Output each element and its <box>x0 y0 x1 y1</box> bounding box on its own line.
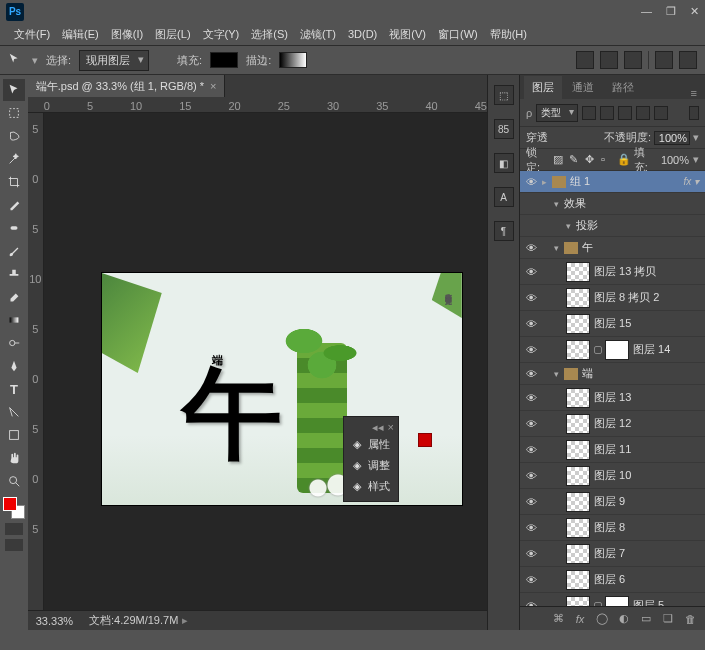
zoom-tool[interactable] <box>3 470 25 492</box>
lock-position-icon[interactable]: ✥ <box>585 153 597 166</box>
pen-tool[interactable] <box>3 355 25 377</box>
doc-info[interactable]: 文档:4.29M/19.7M▸ <box>89 613 188 628</box>
menu-item[interactable]: 文件(F) <box>10 25 54 44</box>
menu-item[interactable]: 窗口(W) <box>434 25 482 44</box>
fill-value[interactable]: 100% <box>661 154 689 166</box>
layer-row[interactable]: 👁图层 6 <box>520 567 705 593</box>
twirl-icon[interactable]: ▸ <box>542 177 552 187</box>
collapsed-panel-icon[interactable]: A <box>494 187 514 207</box>
lock-pixels-icon[interactable]: ▨ <box>553 153 565 166</box>
layer-name[interactable]: 投影 <box>576 218 701 233</box>
panel-tab[interactable]: 通道 <box>564 76 602 99</box>
float-panel-item[interactable]: ◈调整 <box>348 455 394 476</box>
layer-thumb[interactable] <box>566 492 590 512</box>
twirl-icon[interactable]: ▾ <box>554 369 564 379</box>
float-panel-item[interactable]: ◈属性 <box>348 434 394 455</box>
layers-list[interactable]: 👁▸组 1fx ▾▾效果▾投影👁▾午👁图层 13 拷贝👁图层 8 拷贝 2👁图层… <box>520 171 705 606</box>
menu-item[interactable]: 视图(V) <box>385 25 430 44</box>
layer-thumb[interactable] <box>566 466 590 486</box>
visibility-icon[interactable]: 👁 <box>520 548 542 560</box>
layer-name[interactable]: 图层 14 <box>633 342 701 357</box>
lock-brush-icon[interactable]: ✎ <box>569 153 581 166</box>
menu-item[interactable]: 文字(Y) <box>199 25 244 44</box>
layer-name[interactable]: 图层 12 <box>594 416 701 431</box>
layer-row[interactable]: 👁图层 5 <box>520 593 705 606</box>
visibility-icon[interactable]: 👁 <box>520 496 542 508</box>
visibility-icon[interactable]: 👁 <box>520 574 542 586</box>
new-layer-icon[interactable]: ❏ <box>661 612 675 626</box>
layer-row[interactable]: 👁▾午 <box>520 237 705 259</box>
crop-tool[interactable] <box>3 171 25 193</box>
visibility-icon[interactable]: 👁 <box>520 266 542 278</box>
eraser-tool[interactable] <box>3 286 25 308</box>
layer-thumb[interactable] <box>566 340 590 360</box>
visibility-icon[interactable]: 👁 <box>520 522 542 534</box>
blend-mode-dropdown[interactable]: 穿透 <box>526 130 601 145</box>
collapsed-panel-icon[interactable]: 85 <box>494 119 514 139</box>
collapsed-panel-icon[interactable]: ¶ <box>494 221 514 241</box>
layer-row[interactable]: 👁图层 11 <box>520 437 705 463</box>
layer-row[interactable]: 👁图层 9 <box>520 489 705 515</box>
layer-thumb[interactable] <box>566 570 590 590</box>
layer-row[interactable]: ▾效果 <box>520 193 705 215</box>
stamp-tool[interactable] <box>3 263 25 285</box>
mask-thumb[interactable] <box>605 596 629 607</box>
layer-row[interactable]: 👁图层 8 <box>520 515 705 541</box>
eyedropper-tool[interactable] <box>3 194 25 216</box>
lock-artboard-icon[interactable]: ▫ <box>601 153 613 166</box>
screenmode-icon[interactable] <box>5 539 23 551</box>
layer-row[interactable]: 👁图层 14 <box>520 337 705 363</box>
visibility-icon[interactable]: 👁 <box>520 444 542 456</box>
visibility-icon[interactable]: 👁 <box>520 392 542 404</box>
wand-tool[interactable] <box>3 148 25 170</box>
close-button[interactable]: ✕ <box>690 5 699 18</box>
color-swatches[interactable] <box>3 497 25 519</box>
filter-smart-icon[interactable] <box>654 106 668 120</box>
layer-row[interactable]: ▾投影 <box>520 215 705 237</box>
type-tool[interactable]: T <box>3 378 25 400</box>
filter-adjust-icon[interactable] <box>600 106 614 120</box>
document-tab[interactable]: 端午.psd @ 33.3% (组 1, RGB/8) * × <box>28 75 226 98</box>
menu-item[interactable]: 滤镜(T) <box>296 25 340 44</box>
mask-thumb[interactable] <box>605 340 629 360</box>
twirl-icon[interactable]: ▾ <box>554 243 564 253</box>
chevron-down-icon[interactable]: ▾ <box>32 54 38 67</box>
minimize-button[interactable]: — <box>641 5 652 18</box>
menu-item[interactable]: 选择(S) <box>247 25 292 44</box>
layer-name[interactable]: 图层 6 <box>594 572 701 587</box>
visibility-icon[interactable]: 👁 <box>520 242 542 254</box>
layer-thumb[interactable] <box>566 414 590 434</box>
fx-badge[interactable]: fx ▾ <box>683 176 699 187</box>
collapse-icon[interactable]: ◂◂ <box>372 421 384 434</box>
layer-row[interactable]: 👁▸组 1fx ▾ <box>520 171 705 193</box>
link-layers-icon[interactable]: ⌘ <box>551 612 565 626</box>
quickmask-icon[interactable] <box>5 523 23 535</box>
layer-name[interactable]: 图层 8 <box>594 520 701 535</box>
align-icon[interactable] <box>576 51 594 69</box>
layer-thumb[interactable] <box>566 440 590 460</box>
visibility-icon[interactable]: 👁 <box>520 344 542 356</box>
layer-row[interactable]: 👁图层 12 <box>520 411 705 437</box>
layer-row[interactable]: 👁图层 10 <box>520 463 705 489</box>
twirl-icon[interactable]: ▾ <box>566 221 576 231</box>
visibility-icon[interactable]: 👁 <box>520 470 542 482</box>
layer-name[interactable]: 端 <box>582 366 701 381</box>
brush-tool[interactable] <box>3 240 25 262</box>
filter-type-icon[interactable] <box>618 106 632 120</box>
select-dropdown[interactable]: 现用图层 <box>79 50 149 71</box>
group-icon[interactable]: ▭ <box>639 612 653 626</box>
menu-item[interactable]: 编辑(E) <box>58 25 103 44</box>
layer-row[interactable]: 👁图层 13 拷贝 <box>520 259 705 285</box>
visibility-icon[interactable]: 👁 <box>520 176 542 188</box>
layer-row[interactable]: 👁图层 15 <box>520 311 705 337</box>
layer-thumb[interactable] <box>566 596 590 607</box>
filter-pixel-icon[interactable] <box>582 106 596 120</box>
twirl-icon[interactable]: ▾ <box>554 199 564 209</box>
lock-all-icon[interactable]: 🔒 <box>617 153 630 166</box>
menu-item[interactable]: 3D(D) <box>344 26 381 42</box>
float-panel-item[interactable]: ◈样式 <box>348 476 394 497</box>
shape-tool[interactable] <box>3 424 25 446</box>
trash-icon[interactable]: 🗑 <box>683 612 697 626</box>
path-tool[interactable] <box>3 401 25 423</box>
canvas-viewport[interactable]: 端 午 端午节安康 粽叶飘香 龙舟竞渡 ◂◂× ◈属性◈调整◈样式 <box>44 113 487 610</box>
